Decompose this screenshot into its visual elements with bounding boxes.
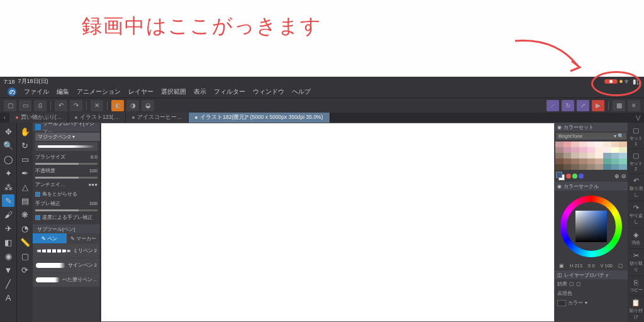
frame-tool[interactable]: ▢ — [19, 250, 31, 262]
zoom-tool[interactable]: 🔍 — [2, 139, 14, 152]
swatch[interactable] — [603, 142, 611, 147]
decoration-tool[interactable]: ❋ — [19, 208, 31, 221]
swatch[interactable] — [611, 142, 619, 147]
recent-color-1[interactable] — [566, 174, 571, 179]
swatch[interactable] — [571, 142, 579, 147]
correct-tool[interactable]: ⟳ — [19, 264, 31, 276]
doc-tab-1[interactable]: 買い物かぶり(… — [9, 113, 69, 123]
mode-icon[interactable]: ▢ — [618, 263, 623, 269]
swatch[interactable] — [564, 147, 572, 153]
speed-checkbox[interactable] — [35, 215, 40, 220]
brush-tool[interactable]: 🖌 — [2, 208, 14, 221]
swatch[interactable] — [555, 153, 564, 158]
side-action-5[interactable]: ✂切り取り — [628, 249, 643, 276]
swatch[interactable] — [603, 153, 611, 158]
menu-view[interactable]: 表示 — [194, 87, 206, 96]
redo-button[interactable]: ↷ — [70, 100, 82, 111]
nav2-button[interactable]: ↻ — [562, 100, 574, 111]
swatch[interactable] — [571, 164, 579, 170]
rotate-tool[interactable]: ↻ — [19, 139, 31, 152]
brush-item-1[interactable]: ミリペン 2 — [33, 244, 99, 258]
effect-btn-1[interactable]: ▢ — [569, 281, 574, 287]
swatch[interactable] — [555, 158, 564, 164]
doc-tab-3[interactable]: アイスコーヒー… — [126, 113, 189, 123]
airbrush-tool[interactable]: ✈ — [2, 222, 14, 235]
swatch[interactable] — [555, 164, 564, 170]
text-tool[interactable]: A — [2, 291, 14, 304]
select3-button[interactable]: ◒ — [142, 100, 154, 111]
fg-bg-colors[interactable] — [556, 172, 565, 180]
swatch[interactable] — [555, 147, 564, 153]
eyedropper-tool[interactable]: ⁂ — [2, 180, 14, 193]
grid-button[interactable]: ▦ — [613, 100, 625, 111]
swatch[interactable] — [611, 164, 619, 170]
swatch[interactable] — [579, 158, 587, 164]
nav1-button[interactable]: ⟋ — [547, 100, 559, 111]
fill-tool[interactable]: ▼ — [2, 264, 14, 276]
ruler-tool[interactable]: 📏 — [19, 236, 31, 248]
swatch[interactable] — [619, 164, 627, 170]
layer-color-chip[interactable] — [557, 300, 566, 306]
menu-help[interactable]: ヘルプ — [292, 87, 311, 96]
swatch[interactable] — [595, 153, 603, 158]
opacity-value[interactable]: 100 — [89, 168, 97, 174]
wand-tool[interactable]: ✦ — [2, 167, 14, 179]
pen-tool[interactable]: ✎ — [2, 194, 14, 207]
stabilize-slider[interactable] — [35, 209, 97, 211]
tab-prev-icon[interactable]: ‹ — [0, 114, 9, 121]
select-orange-button[interactable]: ◐ — [111, 100, 124, 111]
side-action-2[interactable]: ↶取り消し — [628, 174, 643, 201]
side-action-6[interactable]: ⎘コピー — [628, 276, 643, 296]
swatch[interactable] — [579, 153, 587, 158]
delete-button[interactable]: ✕ — [91, 100, 103, 111]
nav3-button[interactable]: ⤢ — [577, 100, 589, 111]
eraser-tool[interactable]: ◧ — [2, 236, 14, 248]
doc-tab-2[interactable]: イラスト123(… — [69, 113, 126, 123]
menu-file[interactable]: ファイル — [24, 87, 49, 96]
side-action-1[interactable]: ▢セット2 — [628, 149, 643, 174]
hand-tool[interactable]: ✋ — [19, 125, 31, 138]
swatch[interactable] — [619, 158, 627, 164]
swatch[interactable] — [587, 147, 596, 153]
swatch[interactable] — [587, 142, 596, 147]
gradient-tool[interactable]: ▤ — [19, 194, 31, 207]
swatch[interactable] — [587, 158, 596, 164]
brush-item-3[interactable]: べた塗りペン… — [33, 273, 99, 287]
menu-edit[interactable]: 編集 — [57, 87, 69, 96]
brush-size-slider[interactable] — [35, 163, 97, 165]
brush-item-2[interactable]: サインペン 2 — [33, 258, 99, 272]
side-action-4[interactable]: ◈消去 — [628, 228, 643, 249]
side-action-3[interactable]: ↷やり直し — [628, 201, 643, 228]
new-button[interactable]: ▢ — [4, 100, 16, 111]
swatch[interactable] — [571, 158, 579, 164]
swatch[interactable] — [564, 142, 572, 147]
canvas[interactable] — [101, 123, 555, 322]
swatch[interactable] — [579, 164, 587, 170]
swatch[interactable] — [603, 164, 611, 170]
corner-checkbox[interactable] — [35, 192, 40, 197]
swatch[interactable] — [555, 142, 564, 147]
antialias-toggle[interactable]: ●●● — [89, 182, 98, 187]
move-tool[interactable]: ✥ — [2, 125, 14, 138]
menu-layer[interactable]: レイヤー — [128, 87, 153, 96]
pen2-tool[interactable]: ✒ — [19, 167, 31, 179]
swatch[interactable] — [611, 147, 619, 153]
swatch[interactable] — [571, 147, 579, 153]
swatch[interactable] — [595, 164, 603, 170]
swatch[interactable] — [595, 142, 603, 147]
select2-button[interactable]: ◑ — [126, 100, 139, 111]
menu-selection[interactable]: 選択範囲 — [161, 87, 186, 96]
open-button[interactable]: ▭ — [19, 100, 31, 111]
effect-btn-2[interactable]: ▢ — [576, 281, 581, 287]
swatch[interactable] — [587, 153, 596, 158]
shape-tool[interactable]: △ — [19, 180, 31, 193]
swatch[interactable] — [619, 142, 627, 147]
tab-close-icon[interactable]: ⋁ — [632, 114, 644, 121]
save-button[interactable]: ⎙ — [34, 100, 47, 111]
lasso-tool[interactable]: ◯ — [2, 153, 14, 165]
fg-bg-mini[interactable]: ▣ — [559, 263, 564, 269]
side-action-0[interactable]: ▢セット1 — [628, 124, 643, 149]
doc-tab-4[interactable]: イラスト182(復元)* (5000 x 5000px 350dpi 35.0%… — [189, 113, 330, 123]
side-action-7[interactable]: 📋貼り付け — [628, 296, 643, 322]
color-wheel[interactable] — [557, 192, 626, 261]
